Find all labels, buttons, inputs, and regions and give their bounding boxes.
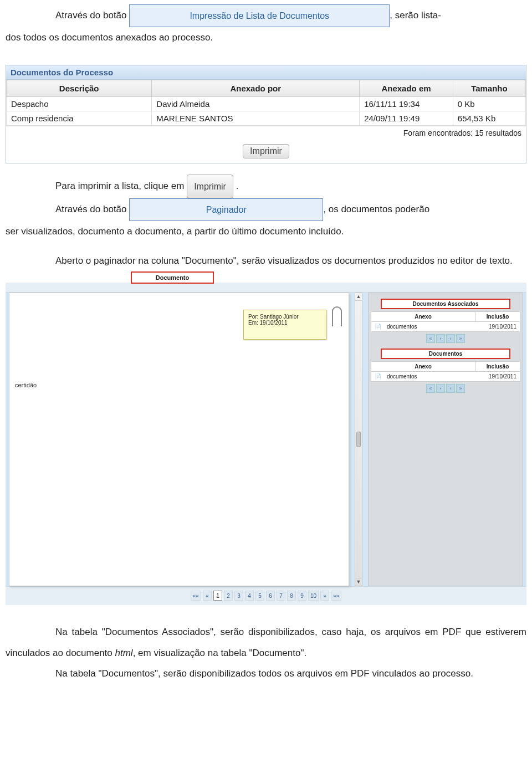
pager-btn[interactable]: 9	[298, 591, 306, 601]
table-row[interactable]: Comp residencia MARLENE SANTOS 24/09/11 …	[7, 111, 526, 125]
cell-em: 24/09/11 19:49	[360, 111, 453, 125]
paragraph: Para imprimir a lista, clique em Imprimi…	[6, 175, 526, 198]
mini-date: 19/10/2011	[475, 372, 520, 381]
pager-next[interactable]: ›	[446, 334, 455, 343]
mini-name: documentos	[383, 322, 475, 331]
documents-panel: Documentos do Processo Descrição Anexado…	[6, 65, 526, 163]
mini-row[interactable]: 📄 documentos 19/10/2011	[371, 322, 520, 332]
text: Através do botão	[55, 204, 129, 214]
pager-btn[interactable]: «	[203, 591, 212, 601]
mini-row[interactable]: 📄 documentos 19/10/2011	[371, 372, 520, 382]
docs-header: Documentos	[381, 348, 510, 359]
text: .	[236, 181, 239, 191]
text: , os documentos poderão	[323, 204, 429, 214]
col-anexadopor: Anexado por	[152, 80, 360, 96]
paragraph: dos todos os documentos anexados ao proc…	[6, 27, 526, 48]
viewer-topbar: Documento	[6, 283, 526, 293]
col-anexo: Anexo	[371, 362, 475, 371]
mini-name: documentos	[383, 372, 475, 381]
pager-first[interactable]: «	[426, 334, 435, 343]
mini-date: 19/10/2011	[475, 322, 520, 331]
print-list-button[interactable]: Impressão de Lista de Documentos	[129, 4, 390, 27]
paragraph: Através do botão Paginador, os documento…	[6, 198, 526, 221]
associated-docs-header: Documentos Associados	[381, 299, 510, 309]
pdf-icon: 📄	[371, 322, 383, 331]
pager-btn[interactable]: 3	[234, 591, 243, 601]
paragraph: Na tabela "Documentos", serão disponibil…	[6, 663, 526, 684]
print-button-inline[interactable]: Imprimir	[187, 175, 233, 198]
paragraph: Através do botão Impressão de Lista de D…	[6, 4, 526, 27]
pager-last[interactable]: »	[456, 334, 465, 343]
mini-header-row: Anexo Inclusão	[371, 311, 520, 322]
pager-btn[interactable]: 10	[308, 591, 319, 601]
mini-pager: « ‹ › »	[371, 384, 520, 393]
col-anexo: Anexo	[371, 312, 475, 321]
pager-btn[interactable]: 8	[287, 591, 296, 601]
text: , em visualização na tabela "Documento".	[133, 648, 307, 658]
cell-tam: 0 Kb	[453, 96, 525, 111]
text: Aberto o paginador na coluna "Documento"…	[55, 255, 513, 266]
doc-text: certidão	[15, 382, 37, 388]
results-count: Foram encontrados: 15 resultados	[6, 126, 526, 140]
cell-em: 16/11/11 19:34	[360, 96, 453, 111]
scroll-up-icon[interactable]: ▲	[355, 293, 362, 301]
col-inclusao: Inclusão	[475, 312, 520, 321]
scroll-down-icon[interactable]: ▼	[355, 578, 362, 586]
pager-prev[interactable]: ‹	[436, 334, 445, 343]
scrollbar[interactable]: ▲ ▼	[355, 293, 362, 586]
sticky-por: Por: Santiago Júnior	[248, 314, 321, 320]
text: Na tabela "Documentos", serão disponibil…	[55, 668, 473, 679]
document-viewer: Documento Por: Santiago Júnior Em: 19/10…	[6, 283, 526, 606]
col-descricao: Descrição	[7, 80, 152, 96]
cell-por: MARLENE SANTOS	[152, 111, 360, 125]
table-row[interactable]: Despacho David Almeida 16/11/11 19:34 0 …	[7, 96, 526, 111]
pager-current[interactable]: 1	[213, 591, 222, 601]
paragraph: Aberto o paginador na coluna "Documento"…	[6, 250, 526, 271]
sticky-em: Em: 19/10/2011	[248, 320, 321, 326]
paragraph: ser visualizados, documento a documento,…	[6, 221, 526, 242]
pager-prev[interactable]: ‹	[436, 384, 445, 393]
pager-last[interactable]: »	[456, 384, 465, 393]
pager-btn[interactable]: »	[320, 591, 329, 601]
pager-btn[interactable]: 6	[266, 591, 275, 601]
pager-btn[interactable]: 7	[277, 591, 285, 601]
pager-btn[interactable]: 2	[224, 591, 233, 601]
scroll-thumb[interactable]	[356, 432, 361, 447]
text: Através do botão	[55, 10, 127, 20]
paperclip-icon	[332, 306, 342, 326]
pager-btn[interactable]: »»	[331, 591, 341, 601]
paginador-button[interactable]: Paginador	[129, 198, 323, 221]
viewer-pager: «« « 1 2 3 4 5 6 7 8 9 10 » »»	[6, 586, 526, 606]
mini-pager: « ‹ › »	[371, 334, 520, 343]
documents-table: Descrição Anexado por Anexado em Tamanho…	[6, 80, 526, 126]
pager-btn[interactable]: ««	[191, 591, 201, 601]
document-page: Por: Santiago Júnior Em: 19/10/2011 cert…	[9, 293, 349, 586]
col-inclusao: Inclusão	[475, 362, 520, 371]
sticky-note: Por: Santiago Júnior Em: 19/10/2011	[243, 310, 326, 340]
pager-first[interactable]: «	[426, 384, 435, 393]
tab-documento[interactable]: Documento	[131, 271, 214, 284]
text: , serão lista-	[390, 10, 441, 20]
cell-descricao: Despacho	[7, 96, 152, 111]
mini-header-row: Anexo Inclusão	[371, 361, 520, 372]
col-anexadoem: Anexado em	[360, 80, 453, 96]
cell-tam: 654,53 Kb	[453, 111, 525, 125]
cell-descricao: Comp residencia	[7, 111, 152, 125]
pager-next[interactable]: ›	[446, 384, 455, 393]
panel-title: Documentos do Processo	[6, 65, 526, 80]
italic-text: html	[115, 648, 133, 658]
pager-btn[interactable]: 5	[255, 591, 264, 601]
pdf-icon: 📄	[371, 372, 383, 381]
paragraph: Na tabela "Documentos Associados", serão…	[6, 622, 526, 663]
side-panel: Documentos Associados Anexo Inclusão 📄 d…	[368, 293, 523, 586]
pager-btn[interactable]: 4	[245, 591, 254, 601]
text: Para imprimir a lista, clique em	[55, 181, 187, 191]
print-button[interactable]: Imprimir	[243, 144, 289, 158]
cell-por: David Almeida	[152, 96, 360, 111]
col-tamanho: Tamanho	[453, 80, 525, 96]
